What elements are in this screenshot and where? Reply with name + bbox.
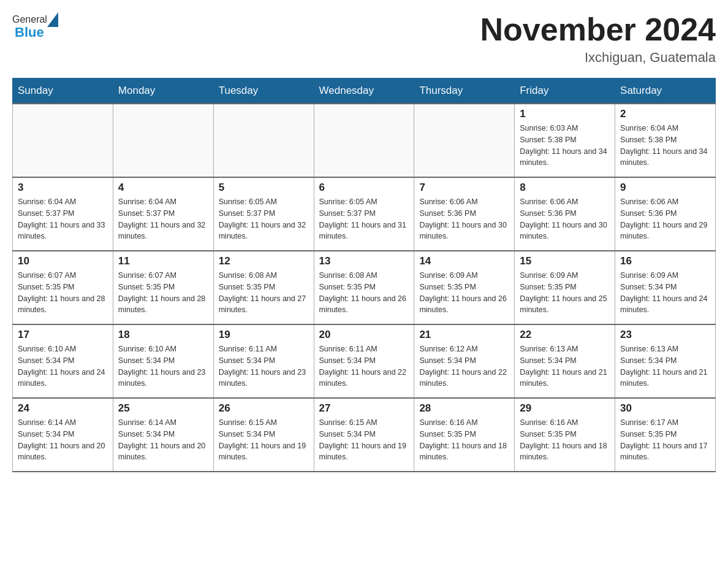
day-info: Sunrise: 6:04 AMSunset: 5:37 PMDaylight:… [118, 196, 208, 242]
col-saturday: Saturday [615, 79, 716, 104]
day-number: 3 [18, 182, 108, 194]
title-section: November 2024 Ixchiguan, Guatemala [480, 12, 716, 66]
day-number: 30 [620, 402, 710, 415]
day-cell-4-2: 26Sunrise: 6:15 AMSunset: 5:34 PMDayligh… [213, 398, 314, 472]
day-cell-3-2: 19Sunrise: 6:11 AMSunset: 5:34 PMDayligh… [213, 324, 314, 398]
day-info: Sunrise: 6:05 AMSunset: 5:37 PMDaylight:… [219, 196, 309, 242]
logo-general-text: General [12, 14, 47, 25]
day-number: 14 [419, 255, 509, 267]
calendar-table: Sunday Monday Tuesday Wednesday Thursday… [12, 78, 716, 472]
day-info: Sunrise: 6:08 AMSunset: 5:35 PMDaylight:… [319, 270, 409, 316]
logo-triangle-icon [47, 12, 58, 27]
day-cell-0-3 [314, 104, 414, 177]
day-info: Sunrise: 6:14 AMSunset: 5:34 PMDaylight:… [18, 417, 108, 463]
day-info: Sunrise: 6:06 AMSunset: 5:36 PMDaylight:… [520, 196, 610, 242]
day-cell-2-2: 12Sunrise: 6:08 AMSunset: 5:35 PMDayligh… [213, 251, 314, 324]
day-info: Sunrise: 6:16 AMSunset: 5:35 PMDaylight:… [520, 417, 610, 463]
day-cell-3-1: 18Sunrise: 6:10 AMSunset: 5:34 PMDayligh… [113, 324, 213, 398]
day-info: Sunrise: 6:13 AMSunset: 5:34 PMDaylight:… [520, 343, 610, 389]
day-number: 29 [520, 402, 610, 415]
page-header: General Blue November 2024 Ixchiguan, Gu… [12, 12, 716, 66]
day-number: 8 [520, 182, 610, 194]
day-info: Sunrise: 6:06 AMSunset: 5:36 PMDaylight:… [419, 196, 509, 242]
day-cell-2-1: 11Sunrise: 6:07 AMSunset: 5:35 PMDayligh… [113, 251, 213, 324]
week-row-2: 3Sunrise: 6:04 AMSunset: 5:37 PMDaylight… [13, 177, 716, 251]
day-number: 9 [620, 182, 710, 194]
day-number: 26 [219, 402, 309, 415]
logo: General Blue [12, 12, 59, 40]
day-info: Sunrise: 6:12 AMSunset: 5:34 PMDaylight:… [419, 343, 509, 389]
day-cell-1-0: 3Sunrise: 6:04 AMSunset: 5:37 PMDaylight… [13, 177, 113, 251]
day-info: Sunrise: 6:16 AMSunset: 5:35 PMDaylight:… [419, 417, 509, 463]
day-cell-0-0 [13, 104, 113, 177]
day-info: Sunrise: 6:07 AMSunset: 5:35 PMDaylight:… [18, 270, 108, 316]
day-number: 23 [620, 329, 710, 341]
day-info: Sunrise: 6:04 AMSunset: 5:37 PMDaylight:… [18, 196, 108, 242]
day-cell-0-1 [113, 104, 213, 177]
day-cell-4-5: 29Sunrise: 6:16 AMSunset: 5:35 PMDayligh… [515, 398, 615, 472]
day-info: Sunrise: 6:09 AMSunset: 5:35 PMDaylight:… [520, 270, 610, 316]
day-info: Sunrise: 6:15 AMSunset: 5:34 PMDaylight:… [319, 417, 409, 463]
col-thursday: Thursday [414, 79, 515, 104]
day-info: Sunrise: 6:07 AMSunset: 5:35 PMDaylight:… [118, 270, 208, 316]
day-number: 19 [219, 329, 309, 341]
day-number: 12 [219, 255, 309, 267]
day-cell-0-6: 2Sunrise: 6:04 AMSunset: 5:38 PMDaylight… [615, 104, 716, 177]
day-number: 2 [620, 108, 710, 120]
col-friday: Friday [515, 79, 615, 104]
day-info: Sunrise: 6:03 AMSunset: 5:38 PMDaylight:… [520, 123, 610, 169]
day-cell-0-4 [414, 104, 515, 177]
day-cell-1-5: 8Sunrise: 6:06 AMSunset: 5:36 PMDaylight… [515, 177, 615, 251]
day-info: Sunrise: 6:14 AMSunset: 5:34 PMDaylight:… [118, 417, 208, 463]
day-cell-4-1: 25Sunrise: 6:14 AMSunset: 5:34 PMDayligh… [113, 398, 213, 472]
day-info: Sunrise: 6:10 AMSunset: 5:34 PMDaylight:… [18, 343, 108, 389]
day-number: 20 [319, 329, 409, 341]
day-cell-3-5: 22Sunrise: 6:13 AMSunset: 5:34 PMDayligh… [515, 324, 615, 398]
day-number: 22 [520, 329, 610, 341]
day-cell-3-0: 17Sunrise: 6:10 AMSunset: 5:34 PMDayligh… [13, 324, 113, 398]
day-cell-0-5: 1Sunrise: 6:03 AMSunset: 5:38 PMDaylight… [515, 104, 615, 177]
day-cell-1-1: 4Sunrise: 6:04 AMSunset: 5:37 PMDaylight… [113, 177, 213, 251]
col-sunday: Sunday [13, 79, 113, 104]
day-number: 27 [319, 402, 409, 415]
day-number: 17 [18, 329, 108, 341]
day-info: Sunrise: 6:11 AMSunset: 5:34 PMDaylight:… [319, 343, 409, 389]
day-number: 1 [520, 108, 610, 120]
day-info: Sunrise: 6:05 AMSunset: 5:37 PMDaylight:… [319, 196, 409, 242]
day-number: 24 [18, 402, 108, 415]
day-number: 18 [118, 329, 208, 341]
day-info: Sunrise: 6:08 AMSunset: 5:35 PMDaylight:… [219, 270, 309, 316]
day-cell-1-2: 5Sunrise: 6:05 AMSunset: 5:37 PMDaylight… [213, 177, 314, 251]
day-number: 5 [219, 182, 309, 194]
day-cell-2-5: 15Sunrise: 6:09 AMSunset: 5:35 PMDayligh… [515, 251, 615, 324]
day-number: 28 [419, 402, 509, 415]
day-number: 13 [319, 255, 409, 267]
day-cell-1-6: 9Sunrise: 6:06 AMSunset: 5:36 PMDaylight… [615, 177, 716, 251]
day-cell-4-6: 30Sunrise: 6:17 AMSunset: 5:35 PMDayligh… [615, 398, 716, 472]
day-cell-3-6: 23Sunrise: 6:13 AMSunset: 5:34 PMDayligh… [615, 324, 716, 398]
day-number: 6 [319, 182, 409, 194]
col-tuesday: Tuesday [213, 79, 314, 104]
day-number: 25 [118, 402, 208, 415]
day-number: 7 [419, 182, 509, 194]
day-info: Sunrise: 6:09 AMSunset: 5:34 PMDaylight:… [620, 270, 710, 316]
day-cell-2-6: 16Sunrise: 6:09 AMSunset: 5:34 PMDayligh… [615, 251, 716, 324]
day-info: Sunrise: 6:17 AMSunset: 5:35 PMDaylight:… [620, 417, 710, 463]
day-cell-2-0: 10Sunrise: 6:07 AMSunset: 5:35 PMDayligh… [13, 251, 113, 324]
calendar-header-row: Sunday Monday Tuesday Wednesday Thursday… [13, 79, 716, 104]
day-info: Sunrise: 6:09 AMSunset: 5:35 PMDaylight:… [419, 270, 509, 316]
day-cell-0-2 [213, 104, 314, 177]
day-info: Sunrise: 6:13 AMSunset: 5:34 PMDaylight:… [620, 343, 710, 389]
day-cell-2-4: 14Sunrise: 6:09 AMSunset: 5:35 PMDayligh… [414, 251, 515, 324]
day-cell-1-4: 7Sunrise: 6:06 AMSunset: 5:36 PMDaylight… [414, 177, 515, 251]
day-cell-1-3: 6Sunrise: 6:05 AMSunset: 5:37 PMDaylight… [314, 177, 414, 251]
day-info: Sunrise: 6:04 AMSunset: 5:38 PMDaylight:… [620, 123, 710, 169]
day-info: Sunrise: 6:11 AMSunset: 5:34 PMDaylight:… [219, 343, 309, 389]
week-row-3: 10Sunrise: 6:07 AMSunset: 5:35 PMDayligh… [13, 251, 716, 324]
col-wednesday: Wednesday [314, 79, 414, 104]
day-number: 15 [520, 255, 610, 267]
day-cell-4-3: 27Sunrise: 6:15 AMSunset: 5:34 PMDayligh… [314, 398, 414, 472]
col-monday: Monday [113, 79, 213, 104]
day-number: 21 [419, 329, 509, 341]
week-row-4: 17Sunrise: 6:10 AMSunset: 5:34 PMDayligh… [13, 324, 716, 398]
